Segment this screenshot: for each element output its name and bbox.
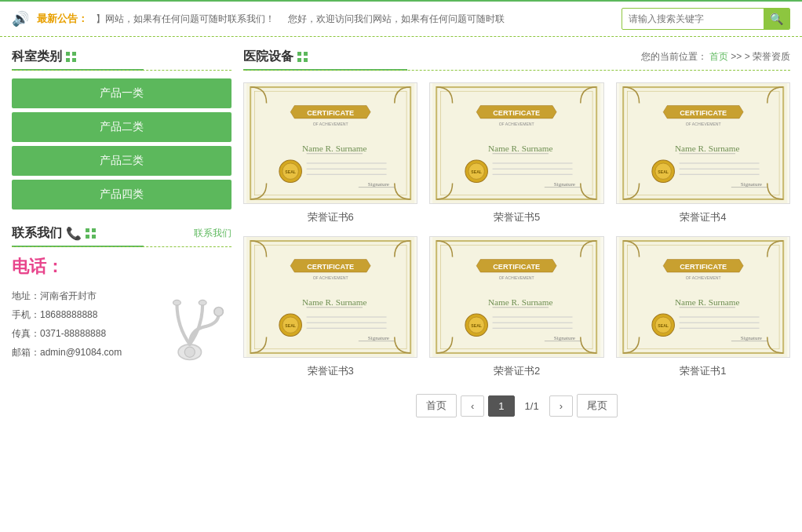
pagination: 首页 ‹ 1 1/1 › 尾页 <box>243 394 790 433</box>
cert-name-6: 荣誉证书6 <box>243 210 417 224</box>
svg-text:Name R. Surname: Name R. Surname <box>302 297 366 307</box>
right-underline <box>243 69 790 71</box>
announce-label: 最新公告： <box>37 12 88 26</box>
page-prev-btn[interactable]: ‹ <box>461 395 484 417</box>
cert-item-1[interactable]: CERTIFICATE OF ACHIEVEMENT SEAL Name R. … <box>616 236 790 378</box>
cert-item-6[interactable]: CERTIFICATE OF ACHIEVEMENT SEAL Name R. … <box>243 82 417 224</box>
svg-text:Signature: Signature <box>554 181 575 188</box>
cert-name-1: 荣誉证书1 <box>616 364 790 378</box>
svg-text:Name R. Surname: Name R. Surname <box>302 144 366 153</box>
contact-info: 地址：河南省开封市 手机：18688888888 传真：0371-8888888… <box>12 286 231 362</box>
svg-point-1 <box>184 347 195 357</box>
svg-point-2 <box>214 307 223 315</box>
contact-phone-icon: 📞 <box>66 226 82 241</box>
right-header: 医院设备 您的当前位置： 首页 >> > 荣誉资质 <box>243 49 790 65</box>
svg-point-4 <box>199 300 206 305</box>
contact-link[interactable]: 联系我们 <box>194 227 231 240</box>
category-btn-1[interactable]: 产品一类 <box>12 78 231 108</box>
page-first-btn[interactable]: 首页 <box>416 394 457 417</box>
contact-title: 联系我们 📞 <box>12 225 97 242</box>
grid-icon <box>66 52 77 63</box>
cert-item-3[interactable]: CERTIFICATE OF ACHIEVEMENT SEAL Name R. … <box>243 236 417 378</box>
svg-text:SEAL: SEAL <box>285 323 296 328</box>
contact-section: 联系我们 📞 联系我们 电话： 地址：河南省开封市 手机：18688888888… <box>12 225 231 362</box>
category-btn-2[interactable]: 产品二类 <box>12 112 231 142</box>
contact-underline <box>12 246 231 247</box>
svg-text:CERTIFICATE: CERTIFICATE <box>307 109 354 117</box>
svg-text:Signature: Signature <box>368 181 389 188</box>
svg-text:CERTIFICATE: CERTIFICATE <box>494 263 541 271</box>
cert-thumb-6[interactable]: CERTIFICATE OF ACHIEVEMENT SEAL Name R. … <box>243 82 417 204</box>
svg-text:Signature: Signature <box>368 335 389 341</box>
announce-text: 】网站，如果有任何问题可随时联系我们！ 您好，欢迎访问我们网站，如果有任何问题可… <box>96 13 614 26</box>
breadcrumb-sep1: >> <box>731 51 744 62</box>
cert-name-4: 荣誉证书4 <box>616 210 790 224</box>
cert-name-3: 荣誉证书3 <box>243 364 417 378</box>
svg-text:Signature: Signature <box>740 181 761 188</box>
cert-name-5: 荣誉证书5 <box>429 210 603 224</box>
svg-text:CERTIFICATE: CERTIFICATE <box>494 109 541 117</box>
cert-thumb-3[interactable]: CERTIFICATE OF ACHIEVEMENT SEAL Name R. … <box>243 236 417 358</box>
breadcrumb: 您的当前位置： 首页 >> > 荣誉资质 <box>641 50 790 64</box>
svg-text:Signature: Signature <box>554 335 575 341</box>
page-last-btn[interactable]: 尾页 <box>577 394 618 417</box>
breadcrumb-current: 荣誉资质 <box>753 51 790 62</box>
category-section-title: 科室类别 <box>12 49 231 65</box>
svg-text:OF ACHIEVEMENT: OF ACHIEVEMENT <box>499 122 534 126</box>
stethoscope-image <box>169 291 224 362</box>
cert-name-2: 荣誉证书2 <box>429 364 603 378</box>
search-button[interactable]: 🔍 <box>764 9 789 29</box>
svg-text:SEAL: SEAL <box>472 169 483 174</box>
svg-text:Name R. Surname: Name R. Surname <box>675 297 739 307</box>
svg-text:Name R. Surname: Name R. Surname <box>488 144 552 153</box>
svg-text:CERTIFICATE: CERTIFICATE <box>680 263 727 271</box>
page-current-btn[interactable]: 1 <box>488 395 514 417</box>
breadcrumb-prefix: 您的当前位置： <box>641 51 707 62</box>
category-underline <box>12 69 231 71</box>
cert-item-2[interactable]: CERTIFICATE OF ACHIEVEMENT SEAL Name R. … <box>429 236 603 378</box>
phone-label: 电话： <box>12 255 231 279</box>
right-content: 医院设备 您的当前位置： 首页 >> > 荣誉资质 <box>243 49 790 433</box>
svg-text:CERTIFICATE: CERTIFICATE <box>680 109 727 117</box>
breadcrumb-home[interactable]: 首页 <box>709 51 728 62</box>
svg-text:SEAL: SEAL <box>658 323 669 328</box>
cert-item-4[interactable]: CERTIFICATE OF ACHIEVEMENT SEAL Name R. … <box>616 82 790 224</box>
svg-text:Signature: Signature <box>740 335 761 341</box>
sidebar: 科室类别 产品一类 产品二类 产品三类 产品四类 联系我们 📞 联系 <box>12 49 231 433</box>
svg-text:SEAL: SEAL <box>658 169 669 174</box>
svg-text:Name R. Surname: Name R. Surname <box>488 297 552 307</box>
cert-thumb-1[interactable]: CERTIFICATE OF ACHIEVEMENT SEAL Name R. … <box>616 236 790 358</box>
search-box: 🔍 <box>622 8 790 30</box>
search-input[interactable] <box>622 10 764 27</box>
contact-header: 联系我们 📞 联系我们 <box>12 225 231 242</box>
cert-thumb-4[interactable]: CERTIFICATE OF ACHIEVEMENT SEAL Name R. … <box>616 82 790 204</box>
svg-point-3 <box>173 300 181 305</box>
svg-text:OF ACHIEVEMENT: OF ACHIEVEMENT <box>313 275 348 280</box>
right-section-title: 医院设备 <box>243 49 308 65</box>
category-btn-4[interactable]: 产品四类 <box>12 180 231 210</box>
main-content: 科室类别 产品一类 产品二类 产品三类 产品四类 联系我们 📞 联系 <box>0 37 802 445</box>
page-next-btn[interactable]: › <box>549 395 573 417</box>
svg-text:OF ACHIEVEMENT: OF ACHIEVEMENT <box>685 275 720 280</box>
svg-text:Name R. Surname: Name R. Surname <box>675 144 739 153</box>
svg-text:OF ACHIEVEMENT: OF ACHIEVEMENT <box>499 275 534 280</box>
breadcrumb-sep2: > <box>745 51 753 62</box>
svg-text:CERTIFICATE: CERTIFICATE <box>307 263 354 271</box>
contact-grid-icon <box>86 228 97 239</box>
svg-text:SEAL: SEAL <box>472 323 483 328</box>
cert-thumb-2[interactable]: CERTIFICATE OF ACHIEVEMENT SEAL Name R. … <box>429 236 603 358</box>
announce-bar: 🔊 最新公告： 】网站，如果有任何问题可随时联系我们！ 您好，欢迎访问我们网站，… <box>0 0 802 37</box>
svg-text:OF ACHIEVEMENT: OF ACHIEVEMENT <box>685 122 720 126</box>
svg-text:OF ACHIEVEMENT: OF ACHIEVEMENT <box>313 122 348 126</box>
right-grid-icon <box>297 52 308 63</box>
cert-item-5[interactable]: CERTIFICATE OF ACHIEVEMENT SEAL Name R. … <box>429 82 603 224</box>
svg-text:SEAL: SEAL <box>285 169 296 174</box>
announce-icon: 🔊 <box>12 10 29 27</box>
page-total-info: 1/1 <box>519 396 545 416</box>
cert-thumb-5[interactable]: CERTIFICATE OF ACHIEVEMENT SEAL Name R. … <box>429 82 603 204</box>
certificate-grid: CERTIFICATE OF ACHIEVEMENT SEAL Name R. … <box>243 82 790 378</box>
category-btn-3[interactable]: 产品三类 <box>12 146 231 176</box>
